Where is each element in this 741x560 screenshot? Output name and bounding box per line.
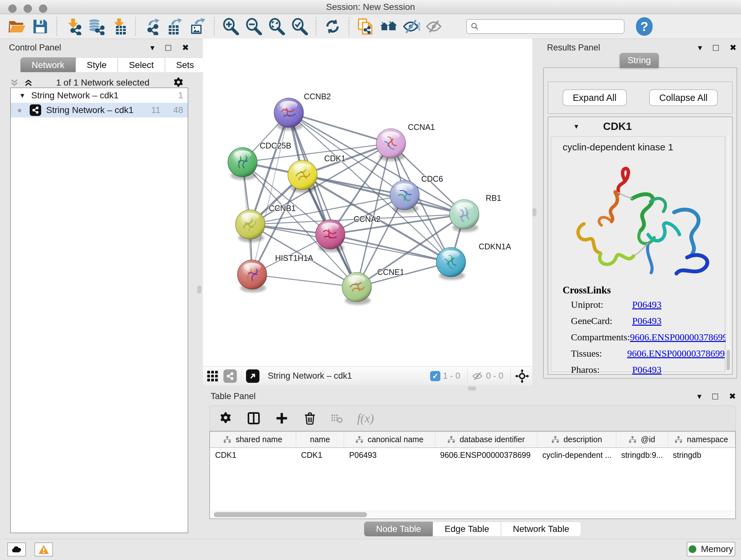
crosslink-pharos-link[interactable]: P06493: [632, 364, 662, 375]
graph-node-CDKN1A[interactable]: [436, 247, 466, 280]
select-columns-icon[interactable]: [247, 411, 261, 425]
network-graph[interactable]: CCNB2CCNA1CDC25BCDK1CDC6RB1CCNB1CCNA2CDK…: [203, 39, 532, 366]
tab-edge-table[interactable]: Edge Table: [433, 522, 501, 537]
selected-checkbox-icon[interactable]: ✓: [430, 371, 441, 381]
zoom-out-icon[interactable]: [242, 17, 265, 37]
cell-shared-name[interactable]: CDK1: [210, 448, 296, 462]
cloud-status-button[interactable]: [7, 543, 26, 557]
column-header-description[interactable]: description: [537, 432, 616, 448]
expand-all-button[interactable]: Expand All: [562, 89, 627, 106]
graph-node-CDC6[interactable]: [390, 180, 419, 213]
search-input[interactable]: [479, 22, 620, 32]
panel-menu-icon[interactable]: ▾: [697, 391, 701, 401]
memory-button[interactable]: Memory: [687, 542, 735, 557]
delete-column-trash-icon[interactable]: [303, 411, 317, 425]
panel-float-icon[interactable]: □: [713, 42, 719, 53]
tab-network-table[interactable]: Network Table: [501, 522, 581, 537]
export-table-icon[interactable]: [163, 17, 186, 37]
panel-close-icon[interactable]: ✖: [182, 43, 189, 53]
zoom-in-icon[interactable]: [219, 17, 242, 37]
column-header-id[interactable]: @id: [616, 432, 668, 448]
tab-string[interactable]: String: [620, 53, 659, 68]
zoom-fit-icon[interactable]: [265, 17, 288, 37]
network-row-selected[interactable]: ● String Network – cdk1 11 48: [11, 103, 188, 118]
zoom-selected-icon[interactable]: [288, 17, 311, 37]
window-controls[interactable]: [8, 4, 47, 13]
network-collection-row[interactable]: ▼ String Network – cdk1 1: [11, 88, 188, 103]
delete-table-icon[interactable]: [331, 412, 343, 424]
tab-node-table[interactable]: Node Table: [364, 522, 433, 537]
maximize-window-button[interactable]: [39, 4, 47, 13]
table-row[interactable]: CDK1 CDK1 P06493 9606.ENSP00000378699 cy…: [210, 448, 735, 462]
tab-sets[interactable]: Sets: [165, 57, 205, 72]
show-all-eye-icon[interactable]: [423, 17, 446, 37]
gene-section-header[interactable]: ▼ CDK1: [548, 117, 732, 136]
birdseye-grid-icon[interactable]: [206, 370, 219, 382]
panel-float-icon[interactable]: □: [165, 42, 171, 53]
graph-node-CCNE1[interactable]: [342, 272, 372, 305]
cell-name[interactable]: CDK1: [296, 448, 344, 462]
column-header-name[interactable]: name: [296, 432, 344, 448]
add-column-icon[interactable]: [275, 411, 289, 425]
warnings-button[interactable]: [35, 543, 53, 557]
import-table-icon[interactable]: [108, 17, 131, 37]
graph-node-CCNA1[interactable]: [376, 129, 406, 161]
results-scrollbar[interactable]: [726, 136, 730, 372]
table-gear-icon[interactable]: [219, 411, 232, 425]
cell-database-identifier[interactable]: 9606.ENSP00000378699: [435, 448, 537, 462]
tab-style[interactable]: Style: [76, 57, 118, 72]
cell-id[interactable]: stringdb:9...: [616, 448, 668, 462]
close-window-button[interactable]: [8, 4, 17, 13]
cell-canonical-name[interactable]: P06493: [344, 448, 435, 462]
help-button[interactable]: ?: [636, 17, 653, 36]
tab-select[interactable]: Select: [118, 57, 165, 72]
tab-network[interactable]: Network: [20, 57, 76, 72]
graph-node-RB1[interactable]: [450, 199, 479, 232]
import-network-database-icon[interactable]: [84, 17, 108, 37]
collection-expand-icon[interactable]: ▼: [19, 92, 25, 99]
table-horizontal-scrollbar[interactable]: [209, 511, 736, 519]
crosslink-uniprot-link[interactable]: P06493: [632, 299, 662, 310]
graph-node-CDC25B[interactable]: [228, 147, 257, 180]
splitter-handle[interactable]: [197, 286, 201, 294]
hidden-eye-icon[interactable]: [472, 371, 483, 381]
graph-node-CDK1[interactable]: [288, 160, 317, 193]
panel-close-icon[interactable]: ✖: [729, 391, 736, 401]
refresh-view-icon[interactable]: [321, 17, 344, 37]
panel-close-icon[interactable]: ✖: [730, 43, 737, 53]
function-builder-icon[interactable]: f(x): [357, 411, 374, 425]
splitter-handle[interactable]: [468, 386, 476, 390]
panel-menu-icon[interactable]: ▾: [150, 43, 154, 53]
open-session-icon[interactable]: [6, 17, 29, 37]
column-header-canonical-name[interactable]: canonical name: [344, 432, 435, 448]
cell-description[interactable]: cyclin-dependent ...: [537, 448, 616, 462]
graph-node-CCNB1[interactable]: [235, 210, 265, 242]
collapse-all-chevron-icon[interactable]: [10, 78, 19, 87]
export-network-icon[interactable]: [140, 17, 163, 37]
export-image-icon[interactable]: [186, 17, 209, 37]
graph-node-HIST1H1A[interactable]: [238, 260, 267, 293]
expand-all-chevron-icon[interactable]: [23, 78, 33, 87]
column-header-database-identifier[interactable]: database identifier: [435, 432, 537, 448]
splitter-handle[interactable]: [532, 208, 536, 216]
open-in-new-icon[interactable]: [246, 369, 259, 383]
scrollbar-thumb[interactable]: [214, 512, 367, 517]
import-network-icon[interactable]: [62, 17, 84, 37]
clone-network-icon[interactable]: [354, 17, 377, 37]
crosslink-genecard-link[interactable]: P06493: [632, 315, 662, 326]
minimize-window-button[interactable]: [23, 4, 32, 13]
graph-node-CCNA2[interactable]: [316, 220, 345, 252]
panel-menu-icon[interactable]: ▾: [698, 43, 702, 53]
column-header-shared-name[interactable]: shared name: [210, 432, 296, 448]
crosslink-compartments-link[interactable]: 9606.ENSP00000378699: [630, 332, 728, 343]
global-search-field[interactable]: [466, 19, 624, 34]
gear-icon[interactable]: [172, 77, 185, 89]
graph-node-CCNB2[interactable]: [274, 98, 304, 131]
cell-namespace[interactable]: stringdb: [668, 448, 735, 462]
scrollbar-thumb[interactable]: [727, 350, 730, 370]
column-header-namespace[interactable]: namespace: [668, 432, 735, 448]
panel-float-icon[interactable]: □: [712, 391, 718, 401]
network-share-icon[interactable]: [223, 369, 237, 383]
save-session-icon[interactable]: [29, 17, 52, 37]
hide-selected-eye-icon[interactable]: [400, 17, 423, 37]
